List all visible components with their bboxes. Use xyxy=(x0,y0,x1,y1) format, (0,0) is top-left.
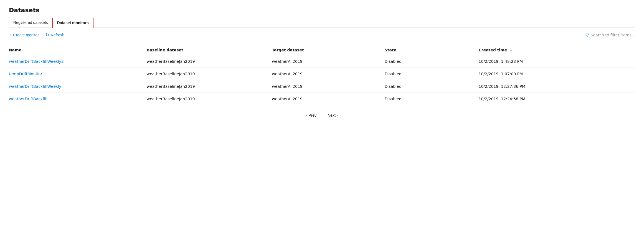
cell-baseline-1: weatherBaselineJan2019 xyxy=(147,68,272,80)
cell-created-2: 10/2/2019, 12:27:36 PM xyxy=(478,80,635,93)
col-created-label: Created time xyxy=(478,48,507,52)
next-button[interactable]: Next › xyxy=(325,112,340,119)
cell-state-3: Disabled xyxy=(385,93,479,105)
plus-icon: + xyxy=(9,33,11,38)
table-row: tempDriftMonitorweatherBaselineJan2019we… xyxy=(9,68,635,80)
cell-name-3: weatherDriftBackfill xyxy=(9,93,147,105)
cell-target-3: weatherAll2019 xyxy=(272,93,384,105)
cell-name-1: tempDriftMonitor xyxy=(9,68,147,80)
page-title: Datasets xyxy=(9,7,635,14)
cell-name-0: weatherDriftBackfillWeekly2 xyxy=(9,55,147,68)
next-label: Next xyxy=(328,113,336,118)
table-body: weatherDriftBackfillWeekly2weatherBaseli… xyxy=(9,55,635,105)
pagination: ‹ Prev Next › xyxy=(9,112,635,119)
col-header-state: State xyxy=(385,44,479,55)
create-monitor-label: Create monitor xyxy=(13,33,39,37)
prev-label: Prev xyxy=(308,113,316,118)
tab-registered[interactable]: Registered datasets xyxy=(9,18,52,28)
col-header-created[interactable]: Created time ↓ xyxy=(478,44,635,55)
cell-created-0: 10/2/2019, 1:48:23 PM xyxy=(478,55,635,68)
monitor-link-1[interactable]: tempDriftMonitor xyxy=(9,72,42,76)
refresh-label: Refresh xyxy=(51,33,64,37)
table-row: weatherDriftBackfillweatherBaselineJan20… xyxy=(9,93,635,105)
monitor-link-0[interactable]: weatherDriftBackfillWeekly2 xyxy=(9,59,64,64)
tabs-container: Registered datasets Dataset monitors xyxy=(9,18,635,28)
monitor-link-2[interactable]: weatherDriftBackfillWeekly xyxy=(9,84,61,89)
cell-baseline-0: weatherBaselineJan2019 xyxy=(147,55,272,68)
search-area: ▽ Search to filter items... xyxy=(585,32,635,38)
chevron-right-icon: › xyxy=(337,113,338,117)
cell-name-2: weatherDriftBackfillWeekly xyxy=(9,80,147,93)
cell-created-3: 10/2/2019, 12:24:58 PM xyxy=(478,93,635,105)
cell-state-0: Disabled xyxy=(385,55,479,68)
cell-baseline-2: weatherBaselineJan2019 xyxy=(147,80,272,93)
table-row: weatherDriftBackfillWeekly2weatherBaseli… xyxy=(9,55,635,68)
cell-target-2: weatherAll2019 xyxy=(272,80,384,93)
monitor-link-3[interactable]: weatherDriftBackfill xyxy=(9,97,47,101)
cell-target-0: weatherAll2019 xyxy=(272,55,384,68)
filter-icon: ▽ xyxy=(585,32,589,38)
refresh-button[interactable]: ↻ Refresh xyxy=(45,32,64,38)
cell-baseline-3: weatherBaselineJan2019 xyxy=(147,93,272,105)
prev-button[interactable]: ‹ Prev xyxy=(304,112,319,119)
tab-dataset-monitors[interactable]: Dataset monitors xyxy=(52,18,93,28)
col-header-name: Name xyxy=(9,44,147,55)
create-monitor-button[interactable]: + Create monitor xyxy=(9,33,39,38)
chevron-left-icon: ‹ xyxy=(306,113,307,117)
cell-target-1: weatherAll2019 xyxy=(272,68,384,80)
monitors-table: Name Baseline dataset Target dataset Sta… xyxy=(9,44,635,105)
cell-created-1: 10/2/2019, 1:07:00 PM xyxy=(478,68,635,80)
col-header-baseline: Baseline dataset xyxy=(147,44,272,55)
table-row: weatherDriftBackfillWeeklyweatherBaselin… xyxy=(9,80,635,93)
search-placeholder-text[interactable]: Search to filter items... xyxy=(591,33,635,37)
cell-state-2: Disabled xyxy=(385,80,479,93)
sort-arrow-icon: ↓ xyxy=(509,48,512,52)
toolbar: + Create monitor ↻ Refresh ▽ Search to f… xyxy=(9,32,635,41)
cell-state-1: Disabled xyxy=(385,68,479,80)
refresh-icon: ↻ xyxy=(45,32,49,38)
toolbar-left: + Create monitor ↻ Refresh xyxy=(9,32,64,38)
table-header: Name Baseline dataset Target dataset Sta… xyxy=(9,44,635,55)
col-header-target: Target dataset xyxy=(272,44,384,55)
